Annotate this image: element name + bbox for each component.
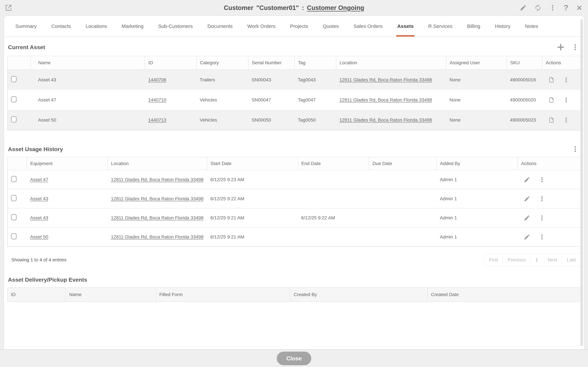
usage-location-link[interactable]: 12811 Glades Rd, Boca Raton Florida 3349… [111, 177, 204, 182]
tab-assets[interactable]: Assets [397, 16, 414, 37]
row-menu-icon[interactable] [563, 117, 569, 123]
usage-history-menu-icon[interactable] [572, 146, 579, 153]
row-menu-icon[interactable] [563, 97, 569, 103]
open-in-new-window-icon[interactable] [5, 4, 12, 12]
row-menu-icon[interactable] [563, 77, 569, 83]
asset-location-link[interactable]: 12811 Glades Rd, Boca Raton Florida 3349… [339, 77, 432, 82]
edit-icon[interactable] [524, 195, 530, 202]
current-asset-title: Current Asset [8, 44, 45, 50]
equipment-link[interactable]: Asset 47 [30, 177, 48, 182]
current-asset-menu-icon[interactable] [572, 44, 579, 51]
tab-work-orders[interactable]: Work Orders [247, 16, 275, 37]
usage-end-date [298, 189, 369, 208]
delivery-events-table: ID Name Filled Form Created By Created D… [7, 287, 581, 302]
table-row: Asset 50 1440713 Vehicles SN00050 Tag005… [8, 110, 580, 130]
help-icon[interactable]: ? [563, 4, 568, 12]
asset-location-link[interactable]: 12811 Glades Rd, Boca Raton Florida 3349… [339, 117, 432, 123]
pagination-previous-button[interactable]: Previous [503, 253, 531, 267]
row-checkbox[interactable] [11, 195, 17, 201]
row-checkbox[interactable] [11, 76, 17, 82]
usage-added-by: Admin 1 [437, 227, 518, 246]
pagination-last-button[interactable]: Last [562, 253, 581, 267]
page-title-prefix: Customer [224, 4, 253, 11]
more-options-icon[interactable] [549, 4, 556, 11]
tab-billing[interactable]: Billing [467, 16, 480, 37]
delivery-events-header-row: ID Name Filled Form Created By Created D… [8, 287, 580, 302]
column-header-due-date: Due Date [369, 157, 437, 170]
equipment-link[interactable]: Asset 43 [30, 215, 48, 220]
edit-icon[interactable] [524, 215, 530, 221]
close-window-icon[interactable] [576, 4, 583, 11]
scrollbar-thumb[interactable] [580, 19, 583, 346]
asset-id-link[interactable]: 1440713 [148, 117, 166, 123]
table-row: Asset 43 1440706 Trailers SN00043 Tag004… [8, 70, 580, 90]
row-checkbox[interactable] [11, 233, 17, 240]
close-button[interactable]: Close [277, 351, 311, 365]
select-column-header [8, 157, 27, 170]
usage-added-by: Admin 1 [437, 189, 518, 208]
row-menu-icon[interactable] [539, 196, 545, 202]
asset-id-link[interactable]: 1440706 [148, 77, 166, 82]
tab-notes[interactable]: Notes [525, 16, 538, 37]
usage-history-title: Asset Usage History [8, 146, 63, 152]
asset-location-link[interactable]: 12811 Glades Rd, Boca Raton Florida 3349… [339, 97, 432, 102]
usage-start-date: 6/12/25 9:22 AM [207, 189, 298, 208]
asset-id-link[interactable]: 1440710 [148, 97, 166, 102]
tab-r-services[interactable]: R.Services [428, 16, 452, 37]
row-checkbox[interactable] [11, 116, 17, 123]
tab-projects[interactable]: Projects [290, 16, 308, 37]
column-header-id: ID [8, 287, 66, 302]
title-bar: Customer "Customer01" : Customer Ongoing… [0, 0, 588, 16]
pagination-page-1-button[interactable]: 1 [530, 253, 543, 267]
tab-history[interactable]: History [495, 16, 510, 37]
row-checkbox[interactable] [11, 214, 17, 220]
asset-serial: SN00050 [248, 110, 294, 130]
document-icon[interactable] [548, 76, 554, 83]
asset-name: Asset 50 [31, 110, 145, 130]
column-header-created-by: Created By [290, 287, 428, 302]
usage-location-link[interactable]: 12811 Glades Rd, Boca Raton Florida 3349… [111, 234, 204, 240]
column-header-assigned-user: Assigned User [446, 56, 507, 70]
add-asset-icon[interactable] [556, 43, 565, 51]
asset-category: Vehicles [196, 110, 248, 130]
pagination-first-button[interactable]: First [484, 253, 503, 267]
tab-quotes[interactable]: Quotes [323, 16, 339, 37]
vertical-scrollbar[interactable] [580, 19, 583, 346]
tab-sub-customers[interactable]: Sub-Customers [158, 16, 193, 37]
row-menu-icon[interactable] [539, 215, 545, 221]
page-title-colon: : [302, 4, 304, 11]
customer-status-link[interactable]: Customer Ongoing [307, 4, 364, 11]
equipment-link[interactable]: Asset 43 [30, 196, 48, 201]
usage-start-date: 6/12/25 9:21 AM [207, 208, 298, 227]
usage-location-link[interactable]: 12811 Glades Rd, Boca Raton Florida 3349… [111, 196, 204, 201]
customer-detail-window: Customer "Customer01" : Customer Ongoing… [0, 0, 588, 367]
tab-marketing[interactable]: Marketing [121, 16, 144, 37]
pagination-next-button[interactable]: Next [543, 253, 562, 267]
delivery-events-section-header: Asset Delivery/Pickup Events [8, 276, 580, 283]
refresh-icon[interactable] [534, 4, 542, 11]
edit-icon[interactable] [524, 176, 530, 183]
equipment-link[interactable]: Asset 50 [30, 234, 48, 240]
row-checkbox[interactable] [11, 96, 17, 102]
tab-contacts[interactable]: Contacts [51, 16, 71, 37]
document-icon[interactable] [548, 117, 554, 124]
title-bar-actions: ? [520, 4, 583, 12]
page-title: Customer "Customer01" : Customer Ongoing [224, 0, 364, 16]
tab-documents[interactable]: Documents [207, 16, 233, 37]
row-menu-icon[interactable] [539, 177, 545, 183]
document-icon[interactable] [548, 96, 554, 103]
edit-icon[interactable] [520, 4, 527, 11]
asset-serial: SN00043 [248, 70, 294, 90]
column-header-id: ID [145, 56, 196, 70]
edit-icon[interactable] [524, 234, 530, 240]
row-checkbox[interactable] [11, 176, 17, 182]
usage-history-table: Equipment Location Start Date End Date D… [7, 157, 581, 247]
row-menu-icon[interactable] [539, 234, 545, 240]
tab-sales-orders[interactable]: Sales Orders [354, 16, 383, 37]
tab-summary[interactable]: Summary [15, 16, 37, 37]
usage-location-link[interactable]: 12811 Glades Rd, Boca Raton Florida 3349… [111, 215, 204, 220]
column-header-start-date: Start Date [207, 157, 298, 170]
tab-locations[interactable]: Locations [86, 16, 107, 37]
current-asset-header-row: Name ID Category Serial Number Tag Locat… [8, 56, 580, 70]
table-row: Asset 47 1440710 Vehicles SN00047 Tag004… [8, 90, 580, 110]
